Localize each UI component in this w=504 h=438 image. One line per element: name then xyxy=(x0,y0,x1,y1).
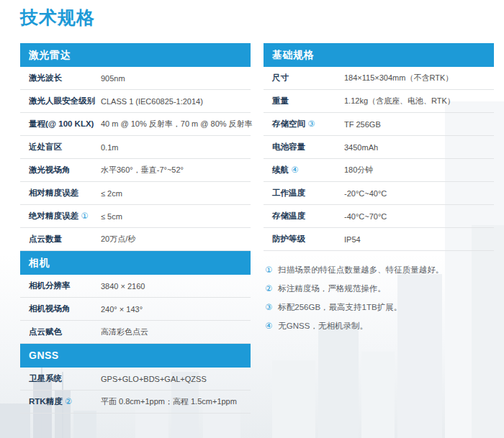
spec-value: 3840 × 2160 xyxy=(101,282,145,291)
spec-label: 相机视场角 xyxy=(29,304,101,314)
spec-row: 激光人眼安全级别CLASS 1 (IEC60825-1:2014) xyxy=(20,90,251,113)
spec-label: 重量 xyxy=(272,96,344,106)
spec-label: 量程(@ 100 KLX) xyxy=(29,119,101,129)
spec-label: RTK精度 ② xyxy=(29,396,101,407)
spec-row: 存储空间 ③TF 256GB xyxy=(264,113,494,136)
spec-label: 绝对精度误差 ① xyxy=(29,211,101,222)
spec-value: GPS+GLO+BDS+GAL+QZSS xyxy=(101,375,207,383)
spec-value: IP54 xyxy=(344,235,361,244)
spec-value: CLASS 1 (IEC60825-1:2014) xyxy=(101,97,203,106)
spec-row: 防护等级IP54 xyxy=(264,228,494,251)
spec-label: 工作温度 xyxy=(272,188,344,199)
spec-row: 卫星系统GPS+GLO+BDS+GAL+QZSS xyxy=(20,368,251,391)
footnote-text: 无GNSS，无相机录制。 xyxy=(278,316,368,335)
footnote-ref-icon: ② xyxy=(63,397,73,406)
spec-row: 近处盲区0.1m xyxy=(20,136,251,159)
section-lidar: 激光雷达 激光波长905nm激光人眼安全级别CLASS 1 (IEC60825-… xyxy=(20,43,251,251)
building-shape xyxy=(73,411,96,438)
spec-label: 续航 ④ xyxy=(272,165,344,175)
spec-row: 电池容量3450mAh xyxy=(264,136,494,159)
footnote-text: 标注精度场，严格规范操作。 xyxy=(278,279,386,298)
section-rows-gnss: 卫星系统GPS+GLO+BDS+GAL+QZSSRTK精度 ②平面 0.8cm+… xyxy=(20,368,251,414)
spec-value: 3450mAh xyxy=(344,143,378,152)
section-rows-lidar: 激光波长905nm激光人眼安全级别CLASS 1 (IEC60825-1:201… xyxy=(20,67,251,251)
footnote-item: ②标注精度场，严格规范操作。 xyxy=(265,279,494,298)
footnote-marker-icon: ② xyxy=(265,279,272,298)
spec-value: 水平360°，垂直-7°~52° xyxy=(101,165,184,175)
spec-row: 尺寸184×115×304mm（不含RTK） xyxy=(264,67,494,90)
spec-label: 防护等级 xyxy=(272,234,344,245)
spec-label: 电池容量 xyxy=(272,142,344,152)
spec-value: 1.12kg（含底座、电池、RTK） xyxy=(344,96,455,106)
spec-label: 相机分辨率 xyxy=(29,280,101,291)
section-header-basic: 基础规格 xyxy=(264,43,494,67)
section-camera: 相机 相机分辨率3840 × 2160相机视场角240° × 143°点云赋色高… xyxy=(20,251,251,344)
spec-label: 相对精度误差 xyxy=(29,188,101,199)
spec-label: 激光人眼安全级别 xyxy=(29,96,101,106)
spec-value: 180分钟 xyxy=(344,165,373,175)
spec-label: 存储空间 ③ xyxy=(272,119,344,129)
section-header-camera: 相机 xyxy=(20,251,251,275)
spec-value: TF 256GB xyxy=(344,120,381,129)
spec-value: 240° × 143° xyxy=(101,305,143,314)
section-header-gnss: GNSS xyxy=(20,344,251,368)
spec-columns: 激光雷达 激光波长905nm激光人眼安全级别CLASS 1 (IEC60825-… xyxy=(20,43,494,414)
footnote-ref-icon: ③ xyxy=(305,119,315,128)
spec-label: 点云赋色 xyxy=(29,327,101,337)
spec-value: 高清彩色点云 xyxy=(101,327,148,337)
spec-row: 绝对精度误差 ①≤ 5cm xyxy=(20,205,251,228)
spec-row: 量程(@ 100 KLX)40 m @ 10% 反射率，70 m @ 80% 反… xyxy=(20,113,251,136)
spec-page: 技术规格 激光雷达 激光波长905nm激光人眼安全级别CLASS 1 (IEC6… xyxy=(0,0,504,414)
spec-value: -40°C~70°C xyxy=(344,212,387,221)
spec-row: 存储温度-40°C~70°C xyxy=(264,205,494,228)
spec-value: 20万点/秒 xyxy=(101,234,135,245)
spec-row: 激光波长905nm xyxy=(20,67,251,90)
right-column: 基础规格 尺寸184×115×304mm（不含RTK）重量1.12kg（含底座、… xyxy=(264,43,494,335)
spec-row: 激光视场角水平360°，垂直-7°~52° xyxy=(20,159,251,182)
section-basic: 基础规格 尺寸184×115×304mm（不含RTK）重量1.12kg（含底座、… xyxy=(264,43,494,251)
page-title: 技术规格 xyxy=(20,6,494,29)
footnote-list: ①扫描场景的特征点数量越多、特征质量越好。②标注精度场，严格规范操作。③标配25… xyxy=(264,260,494,335)
spec-row: 相机视场角240° × 143° xyxy=(20,298,251,321)
spec-label: 尺寸 xyxy=(272,73,344,83)
footnote-text: 扫描场景的特征点数量越多、特征质量越好。 xyxy=(278,260,444,279)
spec-value: 184×115×304mm（不含RTK） xyxy=(344,73,453,83)
footnote-item: ①扫描场景的特征点数量越多、特征质量越好。 xyxy=(265,260,494,279)
section-gnss: GNSS 卫星系统GPS+GLO+BDS+GAL+QZSSRTK精度 ②平面 0… xyxy=(20,344,251,414)
section-rows-camera: 相机分辨率3840 × 2160相机视场角240° × 143°点云赋色高清彩色… xyxy=(20,275,251,344)
spec-value: ≤ 5cm xyxy=(101,212,122,221)
spec-row: 相机分辨率3840 × 2160 xyxy=(20,275,251,298)
spec-value: 0.1m xyxy=(101,143,118,152)
spec-value: 40 m @ 10% 反射率，70 m @ 80% 反射率 xyxy=(101,119,253,129)
spec-label: 近处盲区 xyxy=(29,142,101,152)
spec-row: 续航 ④180分钟 xyxy=(264,159,494,182)
spec-row: 重量1.12kg（含底座、电池、RTK） xyxy=(264,90,494,113)
spec-row: 点云赋色高清彩色点云 xyxy=(20,321,251,344)
spec-row: 工作温度-20°C~40°C xyxy=(264,182,494,205)
footnote-item: ③标配256GB，最高支持1TB扩展。 xyxy=(265,298,494,316)
footnote-ref-icon: ① xyxy=(78,211,89,220)
footnote-marker-icon: ① xyxy=(265,260,272,279)
spec-value: -20°C~40°C xyxy=(344,189,387,198)
spec-value: ≤ 2cm xyxy=(101,189,122,198)
spec-label: 存储温度 xyxy=(272,211,344,222)
spec-label: 激光视场角 xyxy=(29,165,101,175)
spec-label: 点云数量 xyxy=(29,234,101,245)
spec-row: 点云数量20万点/秒 xyxy=(20,228,251,251)
footnote-ref-icon: ④ xyxy=(289,165,299,174)
spec-value: 905nm xyxy=(101,74,125,83)
footnote-marker-icon: ④ xyxy=(265,316,272,335)
footnote-item: ④无GNSS，无相机录制。 xyxy=(265,316,494,335)
spec-label: 卫星系统 xyxy=(29,373,101,384)
spec-row: 相对精度误差≤ 2cm xyxy=(20,182,251,205)
left-column: 激光雷达 激光波长905nm激光人眼安全级别CLASS 1 (IEC60825-… xyxy=(20,43,251,414)
footnote-text: 标配256GB，最高支持1TB扩展。 xyxy=(278,298,402,316)
footnote-marker-icon: ③ xyxy=(265,298,272,316)
section-rows-basic: 尺寸184×115×304mm（不含RTK）重量1.12kg（含底座、电池、RT… xyxy=(264,67,494,251)
spec-label: 激光波长 xyxy=(29,73,101,83)
spec-row: RTK精度 ②平面 0.8cm+1ppm；高程 1.5cm+1ppm xyxy=(20,391,251,414)
section-header-lidar: 激光雷达 xyxy=(20,43,251,67)
spec-value: 平面 0.8cm+1ppm；高程 1.5cm+1ppm xyxy=(101,396,237,407)
